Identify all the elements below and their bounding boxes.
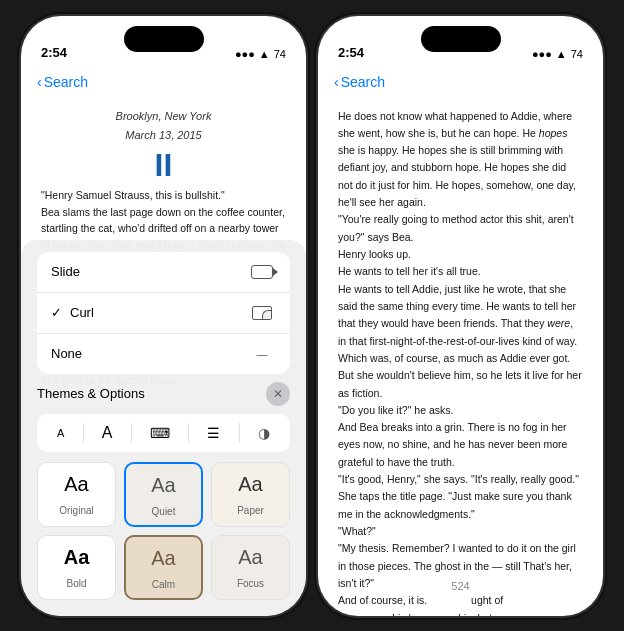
large-a-label: A [102,424,113,442]
themes-header: Themes & Options ✕ [37,382,290,406]
eye-icon: ◑ [258,425,270,441]
themes-title: Themes & Options [37,386,145,401]
time-right: 2:54 [338,45,364,60]
overlay-panel: Slide ✓ Curl None [21,240,306,616]
back-label-right: Search [341,74,385,90]
scroll-curl-label: Curl [70,305,248,320]
theme-focus-label: Focus [237,578,264,589]
page-number: 524 [451,577,469,595]
theme-card-focus[interactable]: Aa Focus [211,535,290,600]
left-phone-inner: 2:54 ●●● ▲ 74 ‹ Search Brooklyn, New Y [21,16,306,616]
theme-card-quiet[interactable]: Aa Quiet [124,462,203,527]
theme-original-label: Original [59,505,93,516]
theme-focus-text: Aa [220,546,281,569]
theme-card-bold[interactable]: Aa Bold [37,535,116,600]
none-icon: — [248,344,276,364]
font-small-button[interactable]: A [49,423,72,443]
checkmark-icon: ✓ [51,305,62,320]
theme-bold-label: Bold [66,578,86,589]
scroll-option-none[interactable]: None — [37,334,290,374]
phones-container: 2:54 ●●● ▲ 74 ‹ Search Brooklyn, New Y [21,16,603,616]
signal-icon-right: ●●● [532,48,552,60]
theme-card-calm[interactable]: Aa Calm [124,535,203,600]
status-icons-left: ●●● ▲ 74 [235,48,286,60]
theme-calm-label: Calm [152,579,175,590]
status-icons-right: ●●● ▲ 74 [532,48,583,60]
slide-icon [248,262,276,282]
scroll-options: Slide ✓ Curl None [37,252,290,374]
chevron-left-icon: ‹ [37,74,42,90]
font-large-button[interactable]: A [94,420,121,446]
theme-card-paper[interactable]: Aa Paper [211,462,290,527]
back-label-left: Search [44,74,88,90]
theme-card-original[interactable]: Aa Original [37,462,116,527]
theme-original-text: Aa [46,473,107,496]
theme-paper-label: Paper [237,505,264,516]
close-button[interactable]: ✕ [266,382,290,406]
book-date: March 13, 2015 [41,127,286,144]
back-button-right[interactable]: ‹ Search [334,74,385,90]
right-book-text: He does not know what happened to Addie,… [338,108,583,616]
theme-quiet-text: Aa [134,474,193,497]
toolbar-divider-1 [83,423,84,443]
toolbar-divider-2 [131,423,132,443]
toolbar-divider-4 [239,423,240,443]
battery-right: 74 [571,48,583,60]
dynamic-island-left [124,26,204,52]
display-button[interactable]: ◑ [250,421,278,445]
nav-bar-left: ‹ Search [21,64,306,100]
themes-grid: Aa Original Aa Quiet Aa Paper Aa Bold [37,462,290,600]
dynamic-island-right [421,26,501,52]
book-chapter: II [41,148,286,183]
book-para1: "Henry Samuel Strauss, this is bullshit.… [41,187,286,204]
theme-bold-text: Aa [46,546,107,569]
layout-icon: ☰ [207,425,220,441]
font-picker-button[interactable]: ⌨ [142,421,178,445]
signal-icon-left: ●●● [235,48,255,60]
scroll-slide-label: Slide [51,264,248,279]
book-content-right: He does not know what happened to Addie,… [318,100,603,616]
toolbar-row: A A ⌨ ☰ ◑ [37,414,290,452]
left-phone: 2:54 ●●● ▲ 74 ‹ Search Brooklyn, New Y [21,16,306,616]
right-phone-inner: 2:54 ●●● ▲ 74 ‹ Search He d [318,16,603,616]
font-icon: ⌨ [150,425,170,441]
toolbar-divider-3 [188,423,189,443]
theme-quiet-label: Quiet [152,506,176,517]
right-phone: 2:54 ●●● ▲ 74 ‹ Search He d [318,16,603,616]
wifi-icon-right: ▲ [556,48,567,60]
scroll-option-slide[interactable]: Slide [37,252,290,293]
curl-icon [248,303,276,323]
chevron-left-icon-right: ‹ [334,74,339,90]
book-location: Brooklyn, New York [41,108,286,125]
back-button-left[interactable]: ‹ Search [37,74,88,90]
scroll-none-label: None [51,346,248,361]
nav-bar-right: ‹ Search [318,64,603,100]
layout-button[interactable]: ☰ [199,421,228,445]
wifi-icon-left: ▲ [259,48,270,60]
battery-left: 74 [274,48,286,60]
theme-calm-text: Aa [134,547,193,570]
time-left: 2:54 [41,45,67,60]
small-a-label: A [57,427,64,439]
theme-paper-text: Aa [220,473,281,496]
scroll-option-curl[interactable]: ✓ Curl [37,293,290,334]
